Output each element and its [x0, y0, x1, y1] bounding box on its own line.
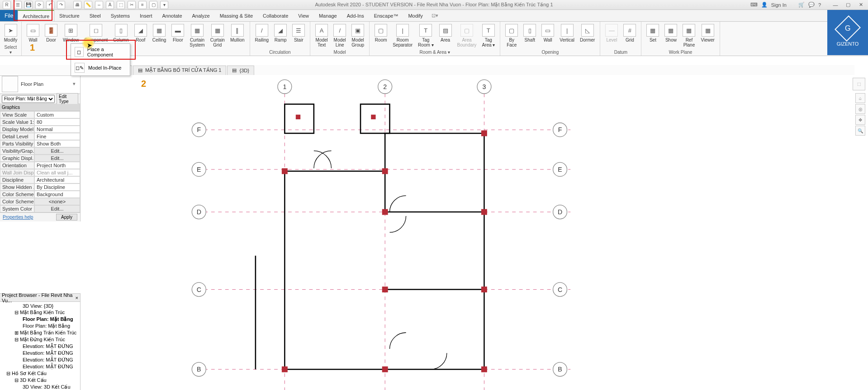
build-mullionundefined-button[interactable]: ‖Mullion — [228, 23, 247, 44]
room-roomseparator-button[interactable]: |RoomSeparator — [390, 23, 415, 49]
modify-button[interactable]: ➤ Modify — [2, 23, 19, 44]
prop-value[interactable]: By Discipline — [34, 183, 80, 191]
menu-tab-annotate[interactable]: Annotate — [157, 10, 187, 21]
qat-open-icon[interactable]: ☰ — [14, 1, 22, 9]
model-modelline-button[interactable]: /ModelLine — [331, 23, 348, 49]
minimize-button[interactable]: — — [831, 1, 840, 9]
type-selector[interactable]: Floor Plan ▾ — [0, 74, 80, 94]
comm-icon[interactable]: 💬 — [808, 2, 815, 8]
qat-undo-icon[interactable]: ↶ — [46, 1, 54, 9]
build-curtaingrid-button[interactable]: ▦CurtainGrid — [208, 23, 227, 49]
datum-levelundefined-button[interactable]: —Level — [603, 23, 620, 44]
menu-tab-analyze[interactable]: Analyze — [187, 10, 215, 21]
prop-value[interactable]: Background — [34, 191, 80, 198]
room-group-title[interactable]: Room & Area ▾ — [372, 49, 497, 56]
room-tagroom-button[interactable]: TTagRoom ▾ — [416, 23, 436, 49]
menu-tab-manage[interactable]: Manage — [314, 10, 342, 21]
menu-tab-modify[interactable]: Modify — [403, 10, 427, 21]
qat-measure-icon[interactable]: 📏 — [84, 1, 92, 9]
room-roomundefined-button[interactable]: ▢Room — [372, 23, 389, 44]
tree-node[interactable]: ⊟ Mặt Đứng Kiến Trúc — [1, 336, 79, 343]
room-areaboundary-button[interactable]: ▢AreaBoundary — [455, 23, 479, 49]
menu-tab-view[interactable]: View — [293, 10, 314, 21]
build-curtainsystem-button[interactable]: ▦CurtainSystem — [187, 23, 207, 49]
nav-home-icon[interactable]: ⌂ — [855, 93, 865, 103]
opening-wallundefined-button[interactable]: ▭Wall — [539, 23, 556, 44]
workplane-refplane-button[interactable]: ▦RefPlane — [680, 23, 697, 49]
workplane-viewerundefined-button[interactable]: ▦Viewer — [698, 23, 716, 44]
select-group-title[interactable]: Select ▾ — [3, 44, 19, 56]
tree-node[interactable]: Elevation: MẶT ĐỨNG — [1, 343, 79, 350]
prop-value[interactable]: Edit... — [34, 147, 80, 155]
graphics-category-header[interactable]: Graphics — [0, 104, 80, 111]
prop-value[interactable]: 80 — [34, 118, 80, 126]
browser-close-icon[interactable]: × — [76, 295, 78, 301]
build-floorundefined-button[interactable]: ▬Floor — [169, 23, 186, 44]
room-tagarea-button[interactable]: TTagArea ▾ — [479, 23, 497, 49]
qat-close-icon[interactable]: ▢ — [149, 1, 157, 9]
nav-pan-icon[interactable]: ✥ — [855, 115, 865, 125]
edit-type-button[interactable]: Edit Type — [57, 93, 78, 105]
qat-print-icon[interactable]: 🖶 — [73, 1, 81, 9]
place-component-item[interactable]: ◻ Place a Component — [71, 44, 130, 60]
tree-node[interactable]: ⊞ Mặt Bằng Trần Kiến Trúc — [1, 329, 79, 336]
prop-value[interactable]: Project North — [34, 162, 80, 169]
help-icon[interactable]: ? — [818, 2, 821, 8]
build-doorundefined-button[interactable]: 🚪Door — [43, 23, 60, 44]
workplane-showundefined-button[interactable]: ▦Show — [662, 23, 679, 44]
doc-tab[interactable]: ▤MẶT BẰNG BỐ TRÍ CỬA TẦNG 1 — [133, 66, 227, 75]
tree-node[interactable]: ⊟ Mặt Bằng Kiến Trúc — [1, 309, 79, 316]
build-windowundefined-button[interactable]: ⊞Window — [61, 23, 81, 44]
qat-save-icon[interactable]: 💾 — [24, 1, 33, 9]
circ-rampundefined-button[interactable]: ◢Ramp — [272, 23, 289, 44]
menu-tab-insert[interactable]: Insert — [135, 10, 157, 21]
menu-tab-structure[interactable]: Structure — [54, 10, 85, 21]
prop-value[interactable]: Show Both — [34, 140, 80, 147]
tree-node[interactable]: Elevation: MẶT ĐỨNG — [1, 350, 79, 357]
qat-redo-icon[interactable]: ↷ — [57, 1, 65, 9]
qat-app-icon[interactable]: R — [3, 1, 11, 9]
opening-dormerundefined-button[interactable]: ◺Dormer — [578, 23, 597, 44]
qat-switch-icon[interactable]: ▾ — [160, 1, 168, 9]
menu-tab-enscape[interactable]: Enscape™ — [369, 10, 403, 21]
circ-railingundefined-button[interactable]: /Railing — [253, 23, 271, 44]
signin-button[interactable]: Sign In — [771, 2, 787, 8]
ribbon-collapse-icon[interactable]: ⊡▾ — [432, 10, 438, 21]
qat-3d-icon[interactable]: ⬚ — [117, 1, 125, 9]
build-wallundefined-button[interactable]: ▭Wall — [24, 23, 42, 44]
circ-stairundefined-button[interactable]: ☰Stair — [290, 23, 307, 44]
qat-sync-icon[interactable]: ⟳ — [35, 1, 43, 9]
menu-tab-steel[interactable]: Steel — [85, 10, 106, 21]
workplane-setundefined-button[interactable]: ▦Set — [644, 23, 661, 44]
chevron-down-icon[interactable]: ▾ — [73, 81, 78, 87]
cart-icon[interactable]: 🛒 — [798, 2, 805, 8]
prop-value[interactable]: <none> — [34, 198, 80, 205]
datum-gridundefined-button[interactable]: #Grid — [621, 23, 638, 44]
maximize-button[interactable]: ▢ — [844, 1, 853, 9]
nav-wheel-icon[interactable]: ◎ — [855, 104, 865, 114]
menu-tab-addins[interactable]: Add-Ins — [342, 10, 369, 21]
prop-value[interactable]: Edit... — [34, 155, 80, 162]
build-componentundefined-button[interactable]: ◻Component — [82, 23, 110, 44]
opening-verticalundefined-button[interactable]: |Vertical — [557, 23, 577, 44]
opening-shaftundefined-button[interactable]: ▯Shaft — [521, 23, 538, 44]
room-areaundefined-button[interactable]: ▨Area — [437, 23, 454, 44]
apply-button[interactable]: Apply — [56, 214, 77, 221]
properties-help-link[interactable]: Properties help — [3, 215, 33, 220]
tree-node[interactable]: Floor Plan: Mặt Bằng — [1, 323, 79, 329]
user-icon[interactable]: 👤 — [761, 2, 768, 8]
nav-cube[interactable]: ⬚ — [853, 78, 865, 90]
opening-byface-button[interactable]: ▢ByFace — [503, 23, 520, 49]
project-browser-header[interactable]: Project Browser - File Revit Nha Vu...× — [0, 294, 80, 302]
menu-tab-massingsite[interactable]: Massing & Site — [215, 10, 258, 21]
menu-tab-systems[interactable]: Systems — [106, 10, 135, 21]
model-in-place-item[interactable]: ◻✎ Model In-Place — [71, 60, 130, 75]
instance-dropdown[interactable]: Floor Plan: Mặt Bằng — [2, 95, 55, 103]
menu-tab-collaborate[interactable]: Collaborate — [258, 10, 293, 21]
qat-dim-icon[interactable]: ↔ — [95, 1, 103, 9]
prop-value[interactable]: Clean all wall j... — [34, 169, 80, 176]
build-roofundefined-button[interactable]: ◢Roof — [132, 23, 149, 44]
prop-value[interactable]: Edit... — [34, 205, 80, 212]
tree-node[interactable]: ⊟ Hồ Sơ Kết Cấu — [1, 370, 79, 377]
qat-text-icon[interactable]: A — [106, 1, 114, 9]
